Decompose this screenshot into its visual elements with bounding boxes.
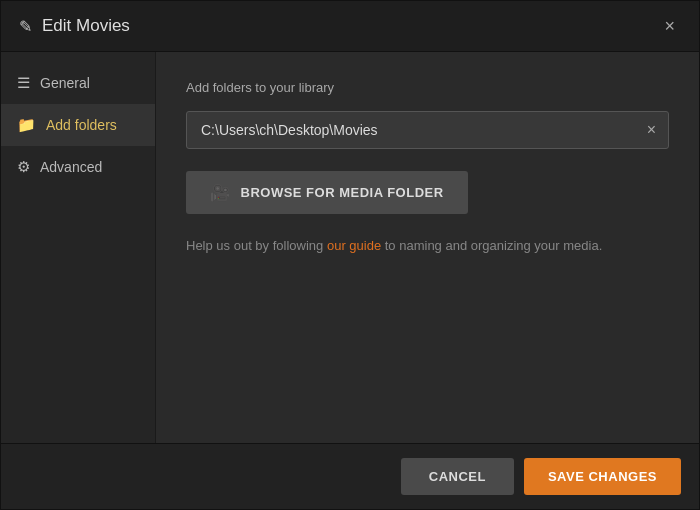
camera-icon: 🎥 (210, 183, 231, 202)
help-text-after: to naming and organizing your media. (381, 238, 602, 253)
folder-clear-button[interactable]: × (635, 114, 668, 146)
section-label: Add folders to your library (186, 80, 669, 95)
gear-icon: ⚙ (17, 158, 30, 176)
browse-button-label: BROWSE FOR MEDIA FOLDER (241, 185, 444, 200)
sidebar-item-general[interactable]: ☰ General (1, 62, 155, 104)
pencil-icon: ✎ (19, 17, 32, 36)
our-guide-link[interactable]: our guide (327, 238, 381, 253)
dialog-title: Edit Movies (42, 16, 130, 36)
header-left: ✎ Edit Movies (19, 16, 130, 36)
sidebar-item-add-folders-label: Add folders (46, 117, 117, 133)
folder-path: C:\Users\ch\Desktop\Movies (187, 112, 635, 148)
help-text-before: Help us out by following (186, 238, 327, 253)
close-button[interactable]: × (658, 15, 681, 37)
sidebar-item-general-label: General (40, 75, 90, 91)
dialog-footer: CANCEL SAVE CHANGES (1, 443, 699, 509)
dialog-body: ☰ General 📁 Add folders ⚙ Advanced Add f… (1, 52, 699, 443)
folder-icon: 📁 (17, 116, 36, 134)
sidebar-item-add-folders[interactable]: 📁 Add folders (1, 104, 155, 146)
help-text: Help us out by following our guide to na… (186, 236, 669, 256)
sidebar-item-advanced[interactable]: ⚙ Advanced (1, 146, 155, 188)
main-content: Add folders to your library C:\Users\ch\… (156, 52, 699, 443)
dialog-header: ✎ Edit Movies × (1, 1, 699, 52)
browse-for-media-folder-button[interactable]: 🎥 BROWSE FOR MEDIA FOLDER (186, 171, 468, 214)
hamburger-icon: ☰ (17, 74, 30, 92)
cancel-button[interactable]: CANCEL (401, 458, 514, 495)
folder-input-row: C:\Users\ch\Desktop\Movies × (186, 111, 669, 149)
edit-movies-dialog: ✎ Edit Movies × ☰ General 📁 Add folders … (0, 0, 700, 510)
sidebar-item-advanced-label: Advanced (40, 159, 102, 175)
save-changes-button[interactable]: SAVE CHANGES (524, 458, 681, 495)
sidebar: ☰ General 📁 Add folders ⚙ Advanced (1, 52, 156, 443)
